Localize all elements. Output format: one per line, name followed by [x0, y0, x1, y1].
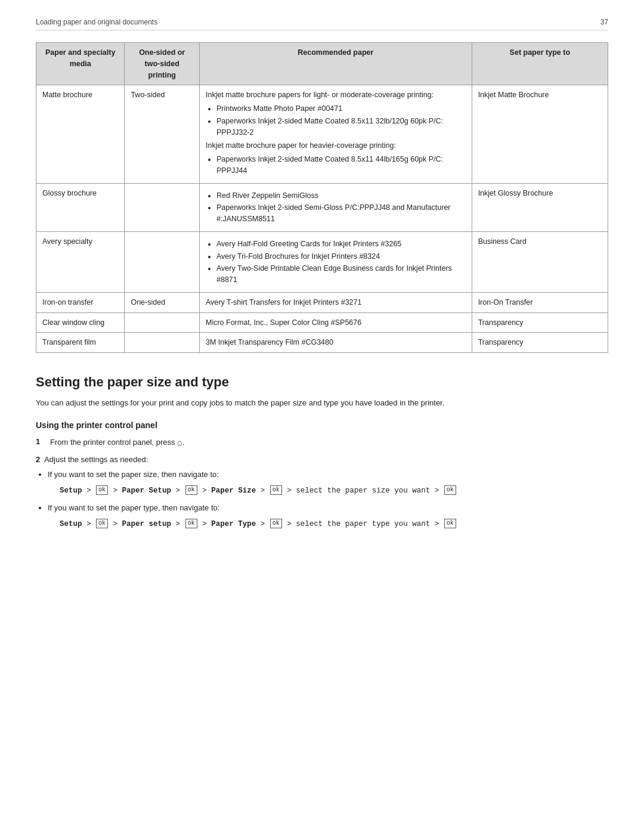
list-item: Printworks Matte Photo Paper #00471 — [216, 103, 466, 114]
section-title: Setting the paper size and type — [36, 374, 608, 390]
paper-table: Paper and specialty media One-sided or t… — [36, 42, 608, 353]
cell-recommended: Avery Half-Fold Greeting Cards for Inkje… — [199, 231, 472, 292]
table-row: Glossy brochure Red River Zeppelin SemiG… — [36, 183, 608, 231]
ok-badge: ok — [270, 519, 282, 528]
cell-paper: Matte brochure — [36, 85, 125, 183]
table-row: Clear window cling Micro Format, Inc., S… — [36, 312, 608, 333]
col-set-to: Set paper type to — [472, 43, 608, 85]
cell-sides: Two-sided — [125, 85, 200, 183]
cell-paper: Glossy brochure — [36, 183, 125, 231]
section-paper-size: Setting the paper size and type You can … — [36, 374, 608, 535]
list-item: Avery Tri-Fold Brochures for Inkjet Prin… — [216, 251, 466, 262]
cell-sides — [125, 231, 200, 292]
bullet-list: Avery Half-Fold Greeting Cards for Inkje… — [206, 239, 466, 286]
ok-badge: ok — [444, 485, 456, 495]
cell-set-to: Business Card — [472, 231, 608, 292]
table-row: Iron-on transfer One-sided Avery T-shirt… — [36, 292, 608, 312]
cell-sides — [125, 333, 200, 353]
cell-paper: Iron-on transfer — [36, 292, 125, 312]
list-item: Paperworks Inkjet 2-sided Matte Coated 8… — [216, 116, 466, 138]
bullet-list: Printworks Matte Photo Paper #00471 Pape… — [206, 103, 466, 138]
cell-set-to: Iron-On Transfer — [472, 292, 608, 312]
cell-set-to: Inkjet Glossy Brochure — [472, 183, 608, 231]
list-item: Paperworks Inkjet 2-sided Matte Coated 8… — [216, 154, 466, 176]
cell-recommended: Avery T-shirt Transfers for Inkjet Print… — [199, 292, 472, 312]
code-type: Setup > ok > Paper setup > ok > Paper Ty… — [60, 517, 457, 532]
cell-paper: Transparent film — [36, 333, 125, 353]
cell-recommended: Micro Format, Inc., Super Color Cling #S… — [199, 312, 472, 333]
ok-badge: ok — [444, 519, 456, 528]
cell-sides — [125, 183, 200, 231]
table-row: Matte brochure Two-sided Inkjet matte br… — [36, 85, 608, 183]
subsection-title: Using the printer control panel — [36, 420, 608, 430]
table-row: Transparent film 3M Inkjet Transparency … — [36, 333, 608, 353]
page-number: 37 — [600, 18, 608, 26]
section-intro: You can adjust the settings for your pri… — [36, 397, 608, 410]
col-recommended: Recommended paper — [199, 43, 472, 85]
cell-paper: Avery specialty — [36, 231, 125, 292]
ok-badge: ok — [185, 485, 197, 495]
cell-set-to: Transparency — [472, 312, 608, 333]
cell-recommended: Inkjet matte brochure papers for light- … — [199, 85, 472, 183]
step-1: 1 From the printer control panel, press … — [36, 436, 608, 449]
cell-recommended: 3M Inkjet Transparency Film #CG3480 — [199, 333, 472, 353]
cell-paper: Clear window cling — [36, 312, 125, 333]
cell-recommended: Red River Zeppelin SemiGloss Paperworks … — [199, 183, 472, 231]
list-item-type: If you want to set the paper type, then … — [48, 502, 457, 532]
ok-badge: ok — [96, 485, 108, 495]
col-paper: Paper and specialty media — [36, 43, 125, 85]
list-item: Avery Two-Side Printable Clean Edge Busi… — [216, 263, 466, 286]
table-row: Avery specialty Avery Half-Fold Greeting… — [36, 231, 608, 292]
home-icon: ⌂ — [177, 438, 182, 447]
table-header-row: Paper and specialty media One-sided or t… — [36, 43, 608, 85]
bullet-list: Paperworks Inkjet 2-sided Matte Coated 8… — [206, 154, 466, 176]
col-sides: One-sided or two-sided printing — [125, 43, 200, 85]
header-left: Loading paper and original documents — [36, 18, 157, 26]
step-2: 2 Adjust the settings as needed: If you … — [36, 454, 608, 535]
settings-bullet-list: If you want to set the paper size, then … — [36, 469, 457, 532]
list-item: Red River Zeppelin SemiGloss — [216, 190, 466, 202]
page-header: Loading paper and original documents 37 — [36, 18, 608, 30]
list-item-size: If you want to set the paper size, then … — [48, 469, 457, 498]
ok-badge: ok — [270, 485, 282, 495]
cell-set-to: Inkjet Matte Brochure — [472, 85, 608, 183]
code-size: Setup > ok > Paper Setup > ok > Paper Si… — [60, 484, 457, 498]
list-item: Paperworks Inkjet 2-sided Semi-Gloss P/C… — [216, 202, 466, 225]
ok-badge: ok — [96, 519, 108, 528]
cell-sides — [125, 312, 200, 333]
ok-badge: ok — [185, 519, 197, 528]
cell-set-to: Transparency — [472, 333, 608, 353]
steps-list: 1 From the printer control panel, press … — [36, 436, 608, 535]
cell-sides: One-sided — [125, 292, 200, 312]
bullet-list: Red River Zeppelin SemiGloss Paperworks … — [206, 190, 466, 225]
list-item: Avery Half-Fold Greeting Cards for Inkje… — [216, 239, 466, 250]
